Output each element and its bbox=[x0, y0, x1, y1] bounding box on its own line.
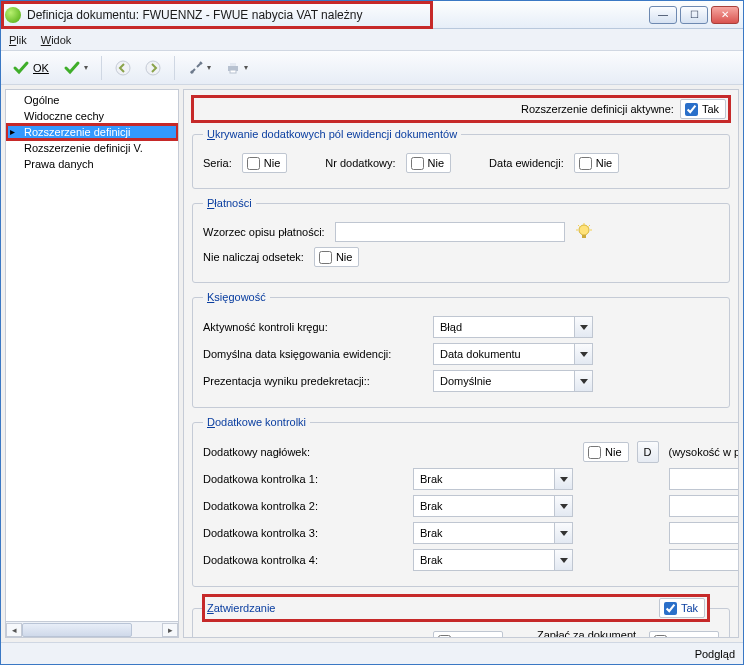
seria-checkbox[interactable]: Nie bbox=[242, 153, 288, 173]
approve-legend: Zatwierdzanie Tak bbox=[203, 595, 709, 621]
payments-fieldset: Płatności Wzorzec opisu płatności: Nie n… bbox=[192, 197, 730, 283]
pwp-combo[interactable]: Domyślnie bbox=[433, 370, 593, 392]
svg-point-2 bbox=[190, 70, 193, 73]
scroll-right-icon[interactable]: ▸ bbox=[162, 623, 178, 637]
approve-tak-checkbox[interactable]: Tak bbox=[659, 598, 705, 618]
ctl-k2-combo[interactable]: Brak bbox=[413, 495, 573, 517]
ctl-legend: Dodatkowe kontrolki bbox=[203, 416, 310, 428]
ext-active-row: Rozszerzenie definicji aktywne: Tak bbox=[192, 96, 730, 122]
app-window: Definicja dokumentu: FWUENNZ - FWUE naby… bbox=[0, 0, 744, 665]
predek-checkbox[interactable]: Nie bbox=[433, 631, 503, 638]
ctl-k2-label: Dodatkowa kontrolka 2: bbox=[203, 500, 403, 512]
dataew-checkbox[interactable]: Nie bbox=[574, 153, 620, 173]
maximize-button[interactable]: ☐ bbox=[680, 6, 708, 24]
chevron-down-icon[interactable] bbox=[554, 550, 572, 570]
ctl-fieldset: Dodatkowe kontrolki Dodatkowy nagłówek: … bbox=[192, 416, 739, 587]
ext-active-label: Rozszerzenie definicji aktywne: bbox=[521, 103, 674, 115]
seria-label: Seria: bbox=[203, 157, 232, 169]
chevron-down-icon: ▾ bbox=[207, 63, 211, 72]
ctl-header-d-button[interactable]: D bbox=[637, 441, 659, 463]
toolbar: OK ▾ ▾ ▾ bbox=[1, 51, 743, 85]
sidebar-item-ogolne[interactable]: Ogólne bbox=[6, 92, 178, 108]
ctl-k1-label: Dodatkowa kontrolka 1: bbox=[203, 473, 403, 485]
main-pane: Rozszerzenie definicji aktywne: Tak Ukry… bbox=[183, 89, 739, 638]
ctl-k1-combo[interactable]: Brak bbox=[413, 468, 573, 490]
nrdod-checkbox[interactable]: Nie bbox=[406, 153, 452, 173]
svg-line-12 bbox=[588, 225, 590, 227]
arrow-right-icon bbox=[145, 60, 161, 76]
ext-active-check[interactable] bbox=[685, 103, 698, 116]
ctl-header-checkbox[interactable]: Nie bbox=[583, 442, 629, 462]
chevron-down-icon[interactable] bbox=[554, 469, 572, 489]
chevron-down-icon: ▾ bbox=[84, 63, 88, 72]
window-title: Definicja dokumentu: FWUENNZ - FWUE naby… bbox=[27, 8, 649, 22]
zaplac-checkbox[interactable]: Nie bbox=[649, 631, 719, 638]
chevron-down-icon[interactable] bbox=[554, 496, 572, 516]
print-button[interactable]: ▾ bbox=[220, 57, 253, 79]
ext-active-checkbox[interactable]: Tak bbox=[680, 99, 726, 119]
svg-point-0 bbox=[116, 61, 130, 75]
status-podglad[interactable]: Podgląd bbox=[695, 648, 735, 660]
akk-label: Aktywność kontroli kręgu: bbox=[203, 321, 423, 333]
printer-icon bbox=[225, 60, 241, 76]
sidebar-item-widoczne-cechy[interactable]: Widoczne cechy bbox=[6, 108, 178, 124]
statusbar: Podgląd bbox=[1, 642, 743, 664]
wzorzec-label: Wzorzec opisu płatności: bbox=[203, 226, 325, 238]
odsetki-checkbox[interactable]: Nie bbox=[314, 247, 360, 267]
sidebar-item-prawa-danych[interactable]: Prawa danych bbox=[6, 156, 178, 172]
arrow-left-icon bbox=[115, 60, 131, 76]
ctl-k4-combo[interactable]: Brak bbox=[413, 549, 573, 571]
check-icon bbox=[12, 59, 30, 77]
chevron-down-icon[interactable] bbox=[574, 371, 592, 391]
app-icon bbox=[5, 7, 21, 23]
menu-plik[interactable]: Plik bbox=[9, 34, 27, 46]
ctl-header-hint: (wysokość w px) bbox=[669, 446, 739, 458]
svg-rect-5 bbox=[230, 70, 236, 73]
sidebar: Ogólne Widoczne cechy Rozszerzenie defin… bbox=[5, 89, 179, 638]
sidebar-scrollbar[interactable]: ◂ ▸ bbox=[6, 621, 178, 637]
hide-legend: Ukrywanie dodatkowych pól ewidencji doku… bbox=[203, 128, 461, 140]
minimize-button[interactable]: — bbox=[649, 6, 677, 24]
svg-point-1 bbox=[146, 61, 160, 75]
nav-fwd-button[interactable] bbox=[140, 57, 166, 79]
svg-line-11 bbox=[578, 225, 580, 227]
scroll-left-icon[interactable]: ◂ bbox=[6, 623, 22, 637]
scroll-thumb[interactable] bbox=[22, 623, 132, 637]
svg-rect-7 bbox=[582, 235, 586, 238]
odsetki-label: Nie naliczaj odsetek: bbox=[203, 251, 304, 263]
book-fieldset: Księgowość Aktywność kontroli kręgu: Błą… bbox=[192, 291, 730, 408]
approve-fieldset: Zatwierdzanie Tak Predekretuj dokument e… bbox=[192, 595, 730, 638]
ctl-k1-num[interactable]: 0 bbox=[669, 468, 739, 490]
ok-button[interactable]: OK bbox=[7, 56, 54, 80]
chevron-down-icon[interactable] bbox=[574, 317, 592, 337]
akk-combo[interactable]: Błąd bbox=[433, 316, 593, 338]
ctl-k2-num[interactable]: 0 bbox=[669, 495, 739, 517]
tools-icon bbox=[188, 60, 204, 76]
nrdod-label: Nr dodatkowy: bbox=[325, 157, 395, 169]
predek-label: Predekretuj dokument ewidencji: bbox=[203, 635, 423, 638]
ctl-k3-label: Dodatkowa kontrolka 3: bbox=[203, 527, 403, 539]
nav-back-button[interactable] bbox=[110, 57, 136, 79]
menu-widok[interactable]: Widok bbox=[41, 34, 72, 46]
bulb-icon[interactable] bbox=[575, 223, 593, 241]
chevron-down-icon[interactable] bbox=[574, 344, 592, 364]
ctl-k3-combo[interactable]: Brak bbox=[413, 522, 573, 544]
ctl-k4-num[interactable]: 0 bbox=[669, 549, 739, 571]
menubar: Plik Widok bbox=[1, 29, 743, 51]
ctl-k4-label: Dodatkowa kontrolka 4: bbox=[203, 554, 403, 566]
tools-button[interactable]: ▾ bbox=[183, 57, 216, 79]
check-icon bbox=[63, 59, 81, 77]
close-button[interactable]: ✕ bbox=[711, 6, 739, 24]
pwp-label: Prezentacja wyniku predekretacji:: bbox=[203, 375, 423, 387]
check-dropdown-button[interactable]: ▾ bbox=[58, 56, 93, 80]
sidebar-item-rozszerzenie-definicji-v[interactable]: Rozszerzenie definicji V. bbox=[6, 140, 178, 156]
wzorzec-input[interactable] bbox=[335, 222, 565, 242]
hide-fieldset: Ukrywanie dodatkowych pól ewidencji doku… bbox=[192, 128, 730, 189]
content-area: Ogólne Widoczne cechy Rozszerzenie defin… bbox=[1, 85, 743, 642]
sidebar-item-rozszerzenie-definicji[interactable]: Rozszerzenie definicji bbox=[6, 124, 178, 140]
ddke-label: Domyślna data księgowania ewidencji: bbox=[203, 348, 423, 360]
chevron-down-icon[interactable] bbox=[554, 523, 572, 543]
ddke-combo[interactable]: Data dokumentu bbox=[433, 343, 593, 365]
zaplac-label: Zapłać za dokument ewidencji: bbox=[513, 629, 639, 638]
ctl-k3-num[interactable]: 0 bbox=[669, 522, 739, 544]
